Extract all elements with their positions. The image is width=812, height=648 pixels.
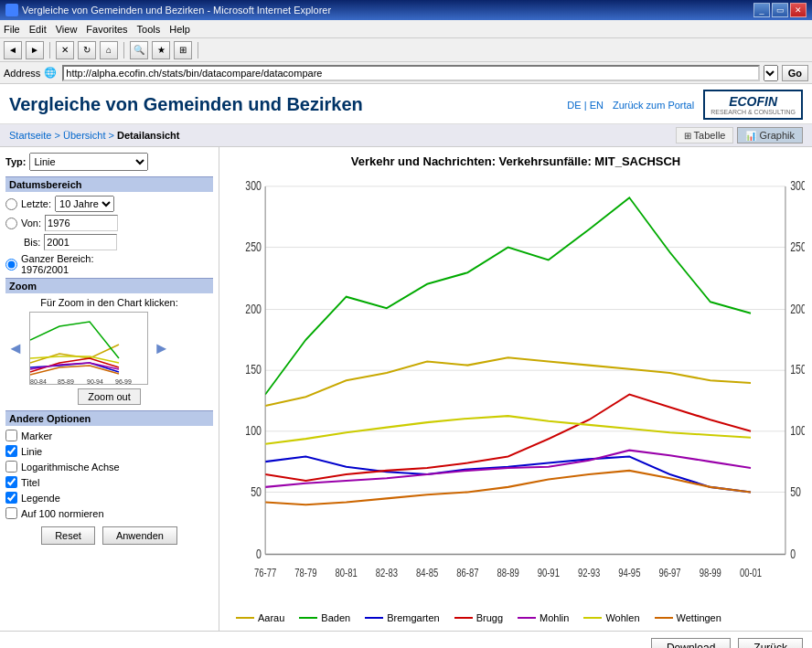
page-content: Vergleiche von Gemeinden und Bezirken DE… — [0, 84, 812, 648]
zoom-out-button[interactable]: Zoom out — [78, 388, 140, 405]
go-button[interactable]: Go — [782, 65, 808, 81]
zuruck-button[interactable]: Zurück — [738, 638, 803, 649]
menu-view[interactable]: View — [56, 24, 78, 35]
menu-file[interactable]: File — [4, 24, 20, 35]
legend-label-brugg: Brugg — [476, 612, 503, 623]
titel-checkbox[interactable] — [5, 476, 17, 488]
breadcrumb-bar: Startseite > Übersicht > Detailansicht ⊞… — [0, 124, 812, 147]
menu-edit[interactable]: Edit — [29, 24, 47, 35]
legend-label-bremgarten: Bremgarten — [387, 612, 439, 623]
linie-label: Linie — [21, 446, 42, 457]
svg-text:0: 0 — [256, 547, 262, 561]
linie-checkbox[interactable] — [5, 445, 17, 457]
letzte-label: Letzte: — [21, 198, 51, 209]
zoom-header: Zoom — [5, 278, 213, 293]
normieren-label: Auf 100 normieren — [21, 508, 104, 519]
body-layout: Typ: Linie Balken Fläche Datumsbereich L… — [0, 147, 812, 631]
ecofin-logo: ECOFIN RESEARCH & CONSULTING — [703, 90, 803, 120]
svg-text:80-84: 80-84 — [30, 378, 47, 385]
address-input[interactable] — [62, 65, 759, 81]
home-button[interactable]: ⌂ — [100, 41, 118, 59]
restore-button[interactable]: ▭ — [772, 3, 788, 17]
menu-tools[interactable]: Tools — [137, 24, 161, 35]
legend-label-wettingen: Wettingen — [677, 612, 721, 623]
legende-label: Legende — [21, 493, 60, 504]
marker-label: Marker — [21, 430, 52, 441]
normieren-checkbox[interactable] — [5, 507, 17, 519]
svg-text:50: 50 — [251, 484, 262, 499]
history-button[interactable]: ⊞ — [174, 41, 192, 59]
minimize-button[interactable]: _ — [753, 3, 770, 17]
view-tabs: ⊞ Tabelle 📊 Graphik — [676, 127, 803, 143]
zoom-left-arrow[interactable]: ◄ — [5, 337, 26, 360]
letzte-select[interactable]: 10 Jahre 5 Jahre 20 Jahre — [55, 196, 114, 212]
zoom-right-arrow[interactable]: ► — [152, 337, 172, 360]
breadcrumb-ubersicht[interactable]: Übersicht — [63, 130, 105, 141]
chart-title: Verkehr und Nachrichten: Verkehrsunfälle… — [227, 154, 805, 168]
typ-select[interactable]: Linie Balken Fläche — [29, 153, 148, 171]
portal-link[interactable]: Zurück zum Portal — [613, 100, 694, 111]
bis-input[interactable] — [44, 234, 117, 250]
search-button[interactable]: 🔍 — [130, 41, 148, 59]
lang-en[interactable]: EN — [590, 100, 604, 111]
window-title: Vergleiche von Gemeinden und Bezirken - … — [22, 5, 331, 16]
zoom-hint: Für Zoom in den Chart klicken: — [5, 297, 213, 308]
tab-graphik[interactable]: 📊 Graphik — [737, 127, 803, 143]
lang-de[interactable]: DE — [567, 100, 581, 111]
log-label: Logarithmische Achse — [21, 462, 120, 473]
log-checkbox[interactable] — [5, 461, 17, 473]
address-dropdown[interactable] — [764, 65, 778, 81]
typ-label: Typ: — [5, 156, 26, 167]
svg-text:150: 150 — [245, 363, 262, 377]
legend-brugg: Brugg — [454, 612, 503, 623]
toolbar: ◄ ► ✕ ↻ ⌂ 🔍 ★ ⊞ — [0, 38, 812, 62]
refresh-button[interactable]: ↻ — [78, 41, 96, 59]
breadcrumb-startseite[interactable]: Startseite — [9, 130, 51, 141]
back-button[interactable]: ◄ — [4, 41, 22, 59]
svg-text:78-79: 78-79 — [294, 567, 316, 579]
von-input[interactable] — [45, 215, 118, 231]
chart-container[interactable]: 0 50 100 150 200 250 300 0 50 100 150 20… — [227, 174, 805, 605]
download-button[interactable]: Download — [651, 638, 731, 649]
marker-checkbox[interactable] — [5, 430, 17, 441]
legend-label-wohlen: Wohlen — [605, 612, 639, 623]
svg-text:300: 300 — [790, 179, 805, 194]
andere-header: Andere Optionen — [5, 410, 213, 426]
titel-label: Titel — [21, 477, 39, 488]
svg-text:76-77: 76-77 — [254, 567, 276, 579]
legend-wettingen: Wettingen — [655, 612, 721, 623]
legende-checkbox[interactable] — [5, 492, 17, 504]
window-controls[interactable]: _ ▭ ✕ — [753, 3, 807, 17]
anwenden-button[interactable]: Anwenden — [102, 526, 177, 545]
svg-text:250: 250 — [245, 239, 262, 254]
address-label: Address — [4, 68, 40, 79]
legend-label-mohlin: Mohlin — [540, 612, 569, 623]
menu-favorites[interactable]: Favorites — [86, 24, 127, 35]
legend-label-aarau: Aarau — [258, 612, 284, 623]
reset-button[interactable]: Reset — [41, 526, 95, 545]
forward-button[interactable]: ► — [26, 41, 44, 59]
svg-text:94-95: 94-95 — [618, 567, 640, 579]
tab-tabelle[interactable]: ⊞ Tabelle — [676, 127, 734, 143]
menu-help[interactable]: Help — [169, 24, 190, 35]
page-header: Vergleiche von Gemeinden und Bezirken DE… — [0, 84, 812, 124]
close-button[interactable]: ✕ — [790, 3, 807, 17]
breadcrumb-detailansicht: Detailansicht — [117, 130, 179, 141]
sidebar: Typ: Linie Balken Fläche Datumsbereich L… — [0, 147, 219, 631]
svg-text:90-91: 90-91 — [538, 567, 560, 579]
bis-label: Bis: — [24, 237, 40, 248]
letzte-radio[interactable] — [5, 198, 17, 210]
svg-text:82-83: 82-83 — [376, 567, 398, 579]
favorites-button[interactable]: ★ — [152, 41, 170, 59]
legend-wohlen: Wohlen — [583, 612, 639, 623]
ganzer-radio[interactable] — [5, 259, 17, 271]
von-radio[interactable] — [5, 218, 17, 229]
svg-text:250: 250 — [790, 239, 805, 254]
zoom-minimap[interactable]: 80-84 85-89 90-94 96-99 — [29, 312, 148, 385]
zoom-chart-svg: 80-84 85-89 90-94 96-99 — [30, 313, 148, 385]
stop-button[interactable]: ✕ — [56, 41, 74, 59]
header-right: DE | EN Zurück zum Portal ECOFIN RESEARC… — [567, 90, 803, 120]
datumsbereich-header: Datumsbereich — [5, 176, 213, 192]
chart-area: Verkehr und Nachrichten: Verkehrsunfälle… — [219, 147, 812, 631]
svg-text:88-89: 88-89 — [497, 567, 518, 579]
